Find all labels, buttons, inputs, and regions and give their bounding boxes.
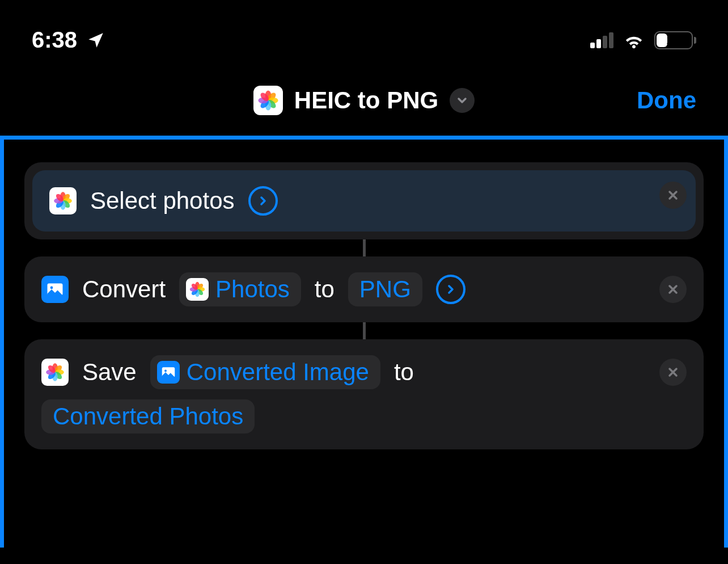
remove-action-button[interactable] (659, 359, 687, 386)
shortcut-title: HEIC to PNG (294, 87, 438, 114)
nav-bar: HEIC to PNG Done (0, 66, 728, 136)
shortcut-app-icon (253, 86, 283, 115)
location-icon (86, 31, 105, 50)
image-icon (157, 361, 180, 384)
action-label: Convert (82, 276, 166, 303)
photos-icon (49, 187, 77, 214)
workflow-connector (363, 322, 366, 339)
action-label: Save (82, 359, 137, 386)
photos-icon (186, 278, 209, 301)
param-input-photos[interactable]: Photos (179, 272, 301, 306)
param-label: PNG (359, 276, 411, 303)
svg-point-39 (164, 370, 167, 372)
status-time: 6:38 (32, 27, 77, 53)
battery-indicator: 22 (654, 31, 696, 49)
param-label: Converted Photos (53, 403, 243, 430)
remove-action-button[interactable] (659, 182, 687, 209)
workflow-canvas[interactable]: Select photos Convert (0, 136, 728, 548)
action-label: to (394, 359, 414, 386)
status-right: 22 (590, 29, 696, 52)
action-save-to-album[interactable]: Save Converted Image to Converted Photos (24, 339, 704, 449)
image-icon (41, 276, 69, 303)
param-label: Photos (215, 276, 290, 303)
expand-action-icon[interactable] (248, 186, 278, 216)
workflow-connector (363, 239, 366, 256)
cellular-signal-icon (590, 32, 613, 48)
battery-percent: 22 (654, 33, 693, 48)
done-button[interactable]: Done (637, 87, 696, 114)
wifi-icon (623, 29, 645, 52)
action-label: to (315, 276, 335, 303)
param-destination-album[interactable]: Converted Photos (41, 399, 255, 433)
status-left: 6:38 (32, 27, 105, 53)
action-select-photos[interactable]: Select photos (24, 162, 704, 239)
param-input-converted-image[interactable]: Converted Image (150, 355, 380, 389)
action-label: Select photos (90, 187, 235, 214)
status-bar: 6:38 22 (0, 0, 728, 66)
param-label: Converted Image (187, 359, 369, 386)
chevron-down-icon[interactable] (450, 88, 475, 113)
remove-action-button[interactable] (659, 276, 687, 303)
svg-point-19 (50, 287, 53, 289)
shortcut-title-group[interactable]: HEIC to PNG (253, 86, 475, 115)
action-convert-image[interactable]: Convert (24, 256, 704, 322)
expand-action-icon[interactable] (436, 275, 465, 304)
param-format-png[interactable]: PNG (348, 272, 422, 306)
photos-icon (41, 359, 69, 386)
